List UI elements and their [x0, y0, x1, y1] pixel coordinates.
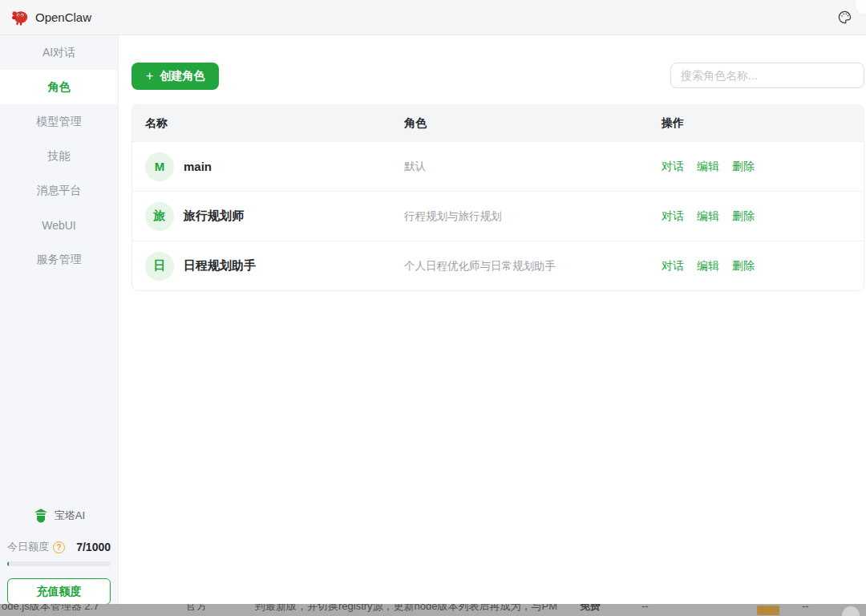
column-header-role: 角色: [404, 116, 662, 131]
quota-progress-bar: [7, 561, 111, 566]
edit-action-link[interactable]: 编辑: [697, 160, 719, 174]
sidebar-footer: 宝塔AI 今日额度 ? 7/1000 充值额度: [0, 508, 118, 611]
chat-action-link[interactable]: 对话: [662, 160, 684, 174]
sidebar-item-roles[interactable]: 角色: [0, 70, 118, 104]
column-header-actions: 操作: [662, 116, 864, 131]
recharge-quota-button[interactable]: 充值额度: [7, 578, 111, 605]
sidebar-item-service-management[interactable]: 服务管理: [0, 242, 118, 277]
sidebar-item-skills[interactable]: 技能: [0, 139, 118, 173]
edit-action-link[interactable]: 编辑: [697, 259, 719, 274]
edit-action-link[interactable]: 编辑: [697, 209, 719, 224]
corner-avatar-circle[interactable]: [855, 0, 866, 14]
crab-logo-icon: [11, 9, 29, 26]
background-orange-button: [757, 606, 779, 615]
role-description: 默认: [404, 160, 662, 174]
sidebar: AI对话 角色 模型管理 技能 消息平台 WebUI 服务管理 宝塔AI 今日额…: [0, 35, 119, 616]
quota-label: 今日额度: [7, 540, 49, 554]
baota-brand-label: 宝塔AI: [55, 509, 85, 523]
table-row: 日 日程规划助手 个人日程优化师与日常规划助手 对话 编辑 删除: [132, 241, 864, 290]
role-name: main: [184, 160, 212, 173]
role-description: 行程规划与旅行规划: [404, 209, 662, 224]
background-row-dash: --: [641, 604, 649, 614]
palette-icon: [837, 10, 852, 25]
table-header-row: 名称 角色 操作: [132, 105, 864, 141]
theme-palette-button[interactable]: [834, 7, 855, 28]
chat-action-link[interactable]: 对话: [662, 209, 684, 224]
baota-shield-icon: [33, 508, 49, 524]
table-row: 旅 旅行规划师 行程规划与旅行规划 对话 编辑 删除: [132, 191, 864, 241]
create-role-label: 创建角色: [160, 69, 204, 83]
avatar: M: [145, 152, 174, 181]
background-page-strip: ode.js版本管理器 2.7 官方 到最新版，并切换registry源，更新n…: [0, 604, 866, 616]
background-row-source: 官方: [186, 604, 207, 614]
role-description: 个人日程优化师与日常规划助手: [404, 259, 662, 274]
roles-table: 名称 角色 操作 M main 默认 对话 编辑 删除: [132, 104, 864, 291]
search-input[interactable]: [670, 63, 864, 88]
quota-progress-fill: [7, 561, 9, 566]
app-title: OpenClaw: [35, 10, 91, 24]
sidebar-item-message-platform[interactable]: 消息平台: [0, 173, 118, 208]
background-toggle-knob: [842, 606, 860, 616]
delete-action-link[interactable]: 删除: [732, 209, 755, 224]
plus-icon: +: [146, 70, 153, 83]
delete-action-link[interactable]: 删除: [732, 160, 755, 174]
sidebar-item-webui[interactable]: WebUI: [0, 208, 118, 242]
background-row-description: 到最新版，并切换registry源，更新node版本列表后再成为，与PM: [255, 604, 557, 614]
toolbar: + 创建角色: [132, 63, 864, 90]
avatar: 旅: [145, 202, 174, 231]
chat-action-link[interactable]: 对话: [662, 259, 684, 274]
delete-action-link[interactable]: 删除: [732, 259, 755, 274]
help-icon[interactable]: ?: [53, 541, 65, 553]
app-window: OpenClaw AI对话 角色 模型管理 技能 消息平台 WebUI: [0, 0, 866, 616]
column-header-name: 名称: [145, 116, 404, 131]
background-row-dash: --: [802, 604, 809, 614]
sidebar-item-ai-chat[interactable]: AI对话: [0, 35, 118, 70]
create-role-button[interactable]: + 创建角色: [132, 63, 219, 90]
background-row-name: ode.js版本管理器 2.7: [2, 604, 174, 614]
table-row: M main 默认 对话 编辑 删除: [132, 141, 864, 191]
role-name: 旅行规划师: [184, 209, 244, 224]
role-name: 日程规划助手: [184, 258, 256, 274]
top-header: OpenClaw: [0, 0, 866, 35]
avatar: 日: [145, 252, 174, 281]
app-logo: OpenClaw: [11, 9, 91, 26]
sidebar-item-model-management[interactable]: 模型管理: [0, 104, 118, 139]
content-area: + 创建角色 名称 角色 操作 M main 默认: [119, 35, 866, 616]
quota-value: 7/1000: [76, 541, 111, 553]
background-row-price: 免费: [580, 604, 601, 614]
